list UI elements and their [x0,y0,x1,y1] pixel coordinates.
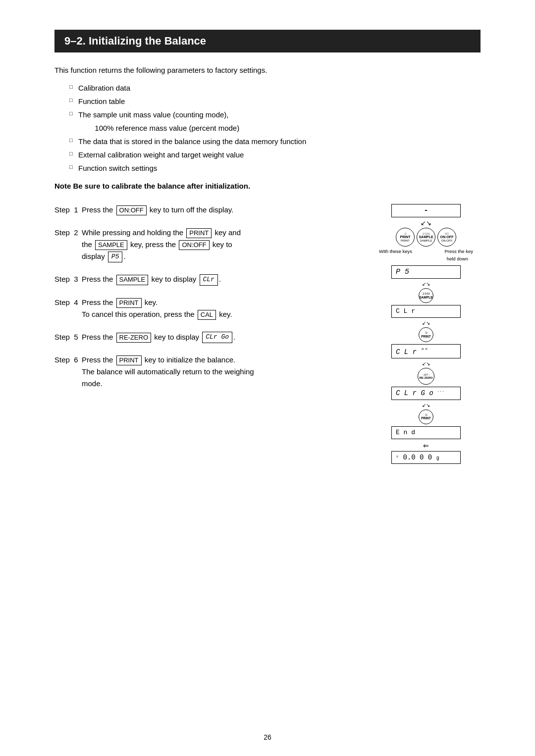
step-label-3: Step 3 [54,273,82,285]
rezero-circle: →0/T← RE-ZERO [418,368,434,385]
top-display: - [391,204,461,217]
cal-key: CAL [198,310,216,320]
step-content-1: Press the ON:OFF key to turn off the dis… [82,204,362,216]
diagram: - ↙↘ ⊙ PRINT PRINT [372,204,481,465]
sample-key: SAMPLE [95,240,127,250]
step-2: Step 2 While pressing and holding the PR… [54,227,362,262]
step-4: Step 4 Press the PRINT key. To cancel th… [54,297,362,320]
steps-right: - ↙↘ ⊙ PRINT PRINT [372,204,481,465]
print-circle-2: ⊙ PRINT [419,327,433,342]
clr-no-display: C L r ⁿᵒ [391,344,461,358]
bullet-item: External calibration weight and target w… [69,148,481,161]
bullet-item: Function table [69,95,481,108]
print-key: PRINT [186,228,212,238]
display-p5: P5 [108,252,123,263]
sample-circle-key: 1/10d SAMPLE SAMPLE [417,228,435,247]
page-number: 26 [264,733,271,741]
step-content-4: Press the PRINT key. To cancel this oper… [82,297,362,320]
sample-circle-2: 1/10d SAMPLE [419,288,433,303]
print-circle-key: ⊙ PRINT PRINT [396,228,415,247]
step-label-4: Step 4 [54,297,82,308]
zero-display: ° 0.0 0 0 g [391,451,461,464]
step-5: Step 5 Press the RE-ZERO key to display … [54,331,362,343]
step-label-5: Step 5 [54,331,82,343]
arrow-sw-4: ↙↘ [422,403,430,408]
steps-section: Step 1 Press the ON:OFF key to turn off … [54,204,481,465]
step-6: Step 6 Press the PRINT key to initialize… [54,354,362,390]
arrow-sw-2: ↙↘ [422,320,430,326]
print-circle-3: ⊙ PRINT [419,409,433,424]
onoff-circle-key: I/O ON:OFF ON:OFF [437,228,456,247]
steps-left: Step 1 Press the ON:OFF key to turn off … [54,204,362,401]
bullet-item: The data that is stored in the balance u… [69,135,481,148]
print-key-3: PRINT [116,355,142,365]
arrow-sw-3: ↙↘ [422,361,430,366]
step-content-5: Press the RE-ZERO key to display CLr Go. [82,331,362,343]
arrow-sw-1: ↙↘ [422,281,430,287]
display-clr: CLr [200,274,218,286]
held-down-label: held down [447,256,468,261]
onoff-key-2: ON:OFF [179,240,209,250]
bullet-item: Function switch settings [69,161,481,175]
arrow-down-1: ↙↘ [421,219,431,227]
display-clr-go: CLr Go [202,332,232,343]
intro-text: This function returns the following para… [54,64,481,76]
bullet-list: Calibration data Function table The samp… [69,81,481,175]
bullet-item: The sample unit mass value (counting mod… [69,108,481,135]
note-text: Note Be sure to calibrate the balance af… [54,182,481,190]
step-label-1: Step 1 [54,204,82,216]
arrow-left: ⇐ [423,442,429,450]
clr-display: C L r [391,305,461,318]
with-these-keys-label: With these keys [379,249,412,254]
sample-key-2: SAMPLE [116,275,149,285]
press-key-label: Press the key [444,249,473,254]
section-heading: 9–2. Initializing the Balance [54,30,481,52]
step-content-3: Press the SAMPLE key to display CLr. [82,273,362,285]
step-content-2: While pressing and holding the PRINT key… [82,227,362,262]
step-label-2: Step 2 [54,227,82,239]
clr-go-display: C L r G o ··· [391,387,461,400]
step-content-6: Press the PRINT key to initialize the ba… [82,354,362,390]
rezero-key: RE-ZERO [116,333,152,343]
bullet-item: Calibration data [69,81,481,95]
step-1: Step 1 Press the ON:OFF key to turn off … [54,204,362,216]
print-key-2: PRINT [116,298,142,308]
step-label-6: Step 6 [54,354,82,366]
onoff-key: ON:OFF [116,205,147,215]
end-display: E n d [391,426,461,439]
step-3: Step 3 Press the SAMPLE key to display C… [54,273,362,285]
p5-display: P 5 [391,265,461,279]
